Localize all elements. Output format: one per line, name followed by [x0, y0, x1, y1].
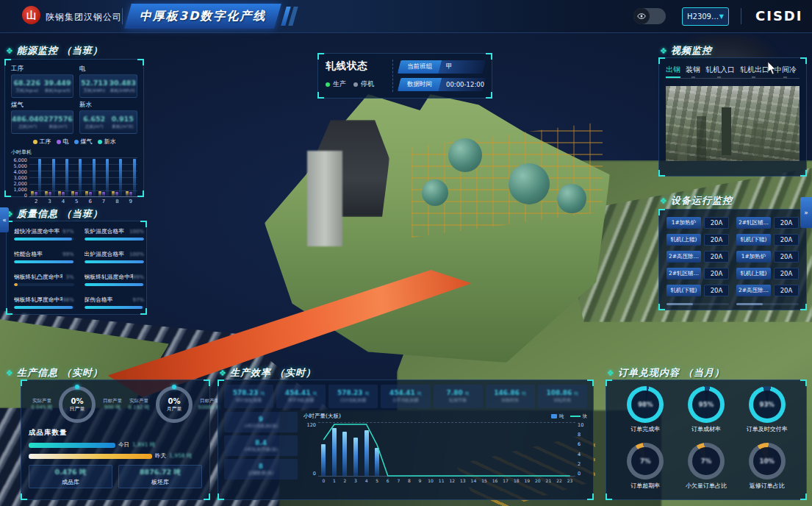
line-selector-dropdown[interactable]: H2309… ▼: [682, 7, 729, 26]
yesterday-label: 昨天: [155, 452, 166, 460]
energy-value: 0.915: [112, 115, 134, 124]
production-panel-title: 生产信息: [17, 366, 58, 380]
efficiency-panel-title: 生产效率: [230, 366, 271, 380]
quality-label: 钢板终轧厚度命中率: [14, 296, 62, 304]
energy-value-label: 万耗(kgce): [13, 88, 40, 93]
chart-x-axis: 01234567891011121314151617181920212223: [318, 478, 575, 483]
stat-label: 小时轧制节奏(块): [244, 446, 279, 453]
equipment-value: 20A: [704, 234, 729, 246]
donut-percent: 7%: [640, 457, 650, 465]
today-label: 今日: [118, 441, 129, 449]
quality-value: 100%: [129, 229, 144, 235]
equipment-value: 20A: [774, 268, 799, 279]
corner-bracket: [658, 304, 665, 310]
corner-bracket: [486, 53, 492, 60]
scrollbar[interactable]: [736, 303, 799, 305]
tab-intermediate-cooling[interactable]: 中间冷: [775, 65, 797, 78]
equipment-item: 2#轧区辅…20A: [667, 268, 729, 279]
equipment-monitor-panel: 1#加热炉20A 2#轧区辅…20A 轧机(上辊)20A 轧机(下辊)20A 2…: [658, 209, 807, 310]
quality-progress-bar: [85, 260, 145, 263]
corner-bracket: [658, 209, 665, 215]
corner-bracket: [606, 493, 612, 500]
quality-label: 出炉温度合格率: [85, 250, 125, 258]
chip-label: 数据时间: [407, 80, 432, 89]
hourly-output-chart: 小时产量(大板) 吨 块 120 0 1086420 0123456789101…: [303, 412, 587, 483]
order-donut: 98% 订单完成率: [615, 386, 676, 438]
chart-legend: 吨 块: [551, 413, 587, 420]
donut-label: 订单及时交付率: [747, 425, 788, 433]
store-value: 0.476 吨: [55, 468, 87, 477]
corner-bracket: [204, 493, 210, 500]
quality-label: 超快冷温度命中率: [14, 227, 60, 235]
energy-hourly-chart: 6,0005,0004,0003,0002,0001,0000: [11, 157, 137, 197]
tab-mill-entry[interactable]: 轧机入口: [705, 65, 735, 78]
chip-label: 当前班组: [407, 63, 432, 71]
order-donut: 93% 订单及时交付率: [736, 386, 797, 438]
efficiency-stat: 578.23 吨日计划轧制量: [328, 385, 378, 408]
diamond-icon: ❖: [660, 46, 667, 56]
donut-label: 订单完成率: [630, 425, 660, 433]
today-bar: [29, 443, 115, 448]
header-divider: [122, 8, 123, 24]
stat-label: 班平均轧制量: [288, 397, 315, 404]
quality-progress-bar: [85, 283, 144, 286]
scrollbar[interactable]: [667, 303, 729, 305]
tab-steel-out[interactable]: 出钢: [666, 65, 680, 78]
order-donut: 10% 返修订单占比: [736, 443, 797, 494]
monthly-output-gauge: 实际产量0.192 吨 0% 月产量 目标产量50000 吨: [126, 386, 223, 423]
video-panel-title: 视频监控: [671, 44, 712, 57]
scrollbar-thumb[interactable]: [736, 303, 763, 305]
energy-section-gas: 煤气 486.040总耗(m³) 277576剩余(m³): [11, 100, 73, 134]
energy-value-label: 总耗(m³): [83, 124, 105, 129]
daily-output-gauge: 实际产量0.045 吨 0% 日产量 目标产量900 吨: [29, 386, 126, 423]
actual-output-label: 实际产量: [126, 398, 152, 405]
energy-value-label: 单耗(m³/t): [112, 124, 134, 129]
tab-steel-charge[interactable]: 装钢: [686, 65, 700, 78]
camera-video-feed[interactable]: [666, 86, 800, 161]
energy-section-water: 新水 6.652总耗(m³) 0.915单耗(m³/t): [79, 100, 137, 134]
collapse-panel-handle-left[interactable]: «: [0, 207, 9, 232]
efficiency-stat: 578.23 吨班计划轧制量: [224, 385, 273, 408]
corner-bracket: [140, 221, 147, 227]
corner-bracket: [317, 53, 324, 60]
energy-section-process: 工序 68.226万耗(kgce) 39.449单耗(kgce/t): [11, 64, 73, 98]
visibility-toggle[interactable]: [633, 8, 666, 24]
donut-label: 返修订单占比: [750, 482, 785, 490]
corner-bracket: [21, 380, 27, 386]
eye-icon: [633, 8, 650, 24]
status-dot-stopped: [353, 82, 358, 87]
tab-mill-exit[interactable]: 轧机出口: [740, 65, 769, 78]
energy-value: 52.713: [81, 79, 108, 88]
actual-output-value: 0.045 吨: [29, 405, 55, 412]
legend-label: 块: [583, 413, 588, 420]
energy-bar-group: [45, 159, 55, 196]
donut-ring: 10%: [749, 443, 786, 480]
data-time-row: 数据时间 00:00-12:00: [398, 78, 486, 91]
corner-bracket: [204, 380, 210, 386]
equipment-panel-title: 设备运行监控: [671, 194, 733, 207]
energy-value-label: 单耗(kgce/t): [44, 88, 71, 93]
gauge-percent: 0%: [168, 397, 181, 405]
status-label: 停机: [361, 79, 374, 89]
scrollbar-thumb[interactable]: [667, 303, 693, 305]
chart-line: [318, 422, 575, 477]
energy-chart-x-axis: 23456789: [29, 199, 137, 204]
scene-tank: [509, 163, 550, 204]
donut-ring: 7%: [688, 443, 725, 480]
corner-bracket: [800, 380, 807, 386]
collapse-panel-handle-right[interactable]: »: [800, 197, 812, 228]
corner-bracket: [137, 59, 144, 65]
gauge-label: 日产量: [70, 405, 85, 413]
legend-label: 新水: [104, 138, 116, 146]
gauge-label: 月产量: [167, 405, 182, 413]
page-title-banner: 中厚板3D数字化产线: [124, 4, 281, 29]
stat-label: 日平均轧制量: [392, 397, 419, 404]
corner-bracket: [21, 493, 27, 500]
scene-tank: [422, 179, 448, 206]
section-label: 新水: [79, 101, 137, 110]
orders-panel-scope: （当月）: [683, 366, 725, 380]
gauge-ring: 0% 日产量: [59, 386, 96, 423]
quality-progress-bar: [85, 238, 145, 240]
donut-label: 小欠量订单占比: [686, 482, 727, 490]
efficiency-stat: 454.41 吨日平均轧制量: [381, 385, 430, 408]
